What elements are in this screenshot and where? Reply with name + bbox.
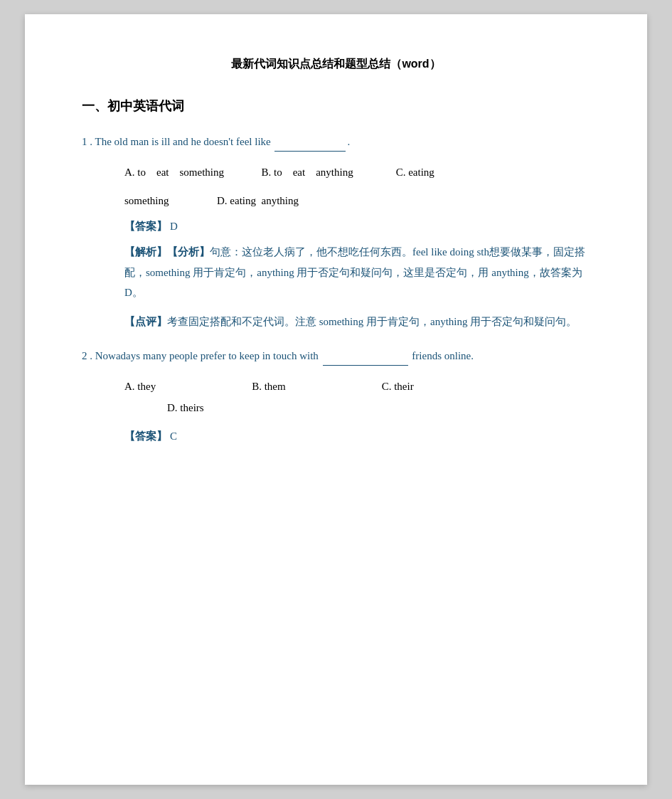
page-title: 最新代词知识点总结和题型总结（word） <box>82 57 590 72</box>
q2-option-a: A. they <box>124 381 156 392</box>
q1-option-d: D. eating anything <box>217 195 299 206</box>
q1-option-b: B. to eat anything <box>261 166 353 178</box>
q1-option-c: C. eating <box>396 166 434 178</box>
q1-body: . The old man is ill and he doesn't feel… <box>87 136 351 147</box>
q1-option-a: A. to eat something <box>124 166 224 178</box>
q1-blank <box>274 132 346 152</box>
q1-analysis-text: 【解析】【分析】句意：这位老人病了，他不想吃任何东西。feel like doi… <box>124 242 590 303</box>
q2-body: . Nowadays many people prefer to keep in… <box>87 350 474 361</box>
q1-options-row1: A. to eat something B. to eat anything C… <box>82 162 590 183</box>
q2-option-d: D. theirs <box>167 402 204 413</box>
q2-option-c: C. their <box>382 381 414 392</box>
q2-options-row1: A. they B. them C. their <box>124 376 590 397</box>
q2-answer-block: 【答案】 C <box>82 430 590 443</box>
q2-options: A. they B. them C. their D. theirs <box>82 376 590 418</box>
q1-comment-label: 【点评】 <box>124 316 167 327</box>
q1-answer-block: 【答案】 D <box>82 220 590 233</box>
q2-options-row2: D. theirs <box>124 397 590 418</box>
question-1-text: 1 . The old man is ill and he doesn't fe… <box>82 132 590 152</box>
q1-comment-block: 【点评】考查固定搭配和不定代词。注意 something 用于肯定句，anyth… <box>82 312 590 332</box>
q1-analysis-block: 【解析】【分析】句意：这位老人病了，他不想吃任何东西。feel like doi… <box>82 242 590 303</box>
q1-analysis-label: 【解析】 <box>124 246 167 258</box>
question-1: 1 . The old man is ill and he doesn't fe… <box>82 132 590 332</box>
q1-answer-value: D <box>170 221 178 232</box>
question-2-text: 2 . Nowadays many people prefer to keep … <box>82 346 590 366</box>
q2-option-b: B. them <box>252 381 286 392</box>
q1-number: 1 <box>82 136 87 147</box>
q2-answer-value: C <box>170 430 177 442</box>
q1-comment-text: 【点评】考查固定搭配和不定代词。注意 something 用于肯定句，anyth… <box>124 312 590 332</box>
q1-option-c-cont: something <box>124 195 169 206</box>
q2-number: 2 <box>82 350 87 361</box>
question-2: 2 . Nowadays many people prefer to keep … <box>82 346 590 443</box>
page-container: 最新代词知识点总结和题型总结（word） 一、初中英语代词 1 . The ol… <box>25 14 647 785</box>
q1-analysis-inner: 【分析】 <box>167 246 210 258</box>
q2-blank <box>323 346 408 366</box>
q1-options-row2: something D. eating anything <box>82 190 590 211</box>
q1-answer-label: 【答案】 <box>124 221 167 232</box>
q2-answer-label: 【答案】 <box>124 430 167 442</box>
section-title: 一、初中英语代词 <box>82 97 590 115</box>
